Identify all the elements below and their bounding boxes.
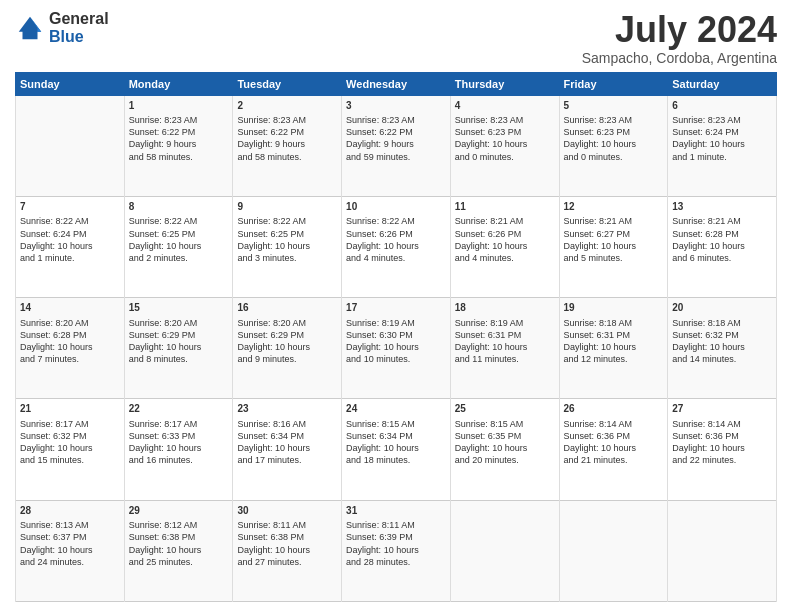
- calendar-cell: 28Sunrise: 8:13 AMSunset: 6:37 PMDayligh…: [16, 500, 125, 601]
- calendar-cell: 26Sunrise: 8:14 AMSunset: 6:36 PMDayligh…: [559, 399, 668, 500]
- day-number: 17: [346, 301, 446, 315]
- calendar-cell: 5Sunrise: 8:23 AMSunset: 6:23 PMDaylight…: [559, 95, 668, 196]
- cell-line: Sunrise: 8:18 AM: [672, 318, 741, 328]
- cell-line: Sunset: 6:25 PM: [129, 229, 196, 239]
- cell-line: Sunset: 6:31 PM: [455, 330, 522, 340]
- cell-line: Daylight: 10 hours: [455, 342, 528, 352]
- calendar-cell: 6Sunrise: 8:23 AMSunset: 6:24 PMDaylight…: [668, 95, 777, 196]
- cell-line: Sunrise: 8:22 AM: [346, 216, 415, 226]
- cell-line: Daylight: 10 hours: [20, 241, 93, 251]
- calendar-cell: 11Sunrise: 8:21 AMSunset: 6:26 PMDayligh…: [450, 196, 559, 297]
- cell-line: Sunrise: 8:22 AM: [237, 216, 306, 226]
- header-day: Friday: [559, 72, 668, 95]
- calendar-cell: 21Sunrise: 8:17 AMSunset: 6:32 PMDayligh…: [16, 399, 125, 500]
- calendar-cell: 16Sunrise: 8:20 AMSunset: 6:29 PMDayligh…: [233, 298, 342, 399]
- cell-line: Sunrise: 8:13 AM: [20, 520, 89, 530]
- day-number: 7: [20, 200, 120, 214]
- cell-line: and 59 minutes.: [346, 152, 410, 162]
- cell-line: and 18 minutes.: [346, 455, 410, 465]
- cell-line: Sunset: 6:26 PM: [455, 229, 522, 239]
- cell-line: Sunrise: 8:11 AM: [237, 520, 306, 530]
- header-row: SundayMondayTuesdayWednesdayThursdayFrid…: [16, 72, 777, 95]
- cell-line: Sunset: 6:24 PM: [20, 229, 87, 239]
- cell-line: Sunset: 6:23 PM: [455, 127, 522, 137]
- logo: General Blue: [15, 10, 109, 45]
- day-number: 21: [20, 402, 120, 416]
- cell-line: Sunset: 6:34 PM: [346, 431, 413, 441]
- cell-line: Daylight: 10 hours: [237, 342, 310, 352]
- logo-general: General: [49, 10, 109, 28]
- cell-line: Sunrise: 8:17 AM: [129, 419, 198, 429]
- day-number: 10: [346, 200, 446, 214]
- day-number: 29: [129, 504, 229, 518]
- cell-line: Sunset: 6:28 PM: [20, 330, 87, 340]
- cell-line: and 10 minutes.: [346, 354, 410, 364]
- cell-line: Daylight: 10 hours: [346, 241, 419, 251]
- cell-line: Sunrise: 8:14 AM: [564, 419, 633, 429]
- cell-line: Daylight: 10 hours: [129, 443, 202, 453]
- calendar-week-row: 7Sunrise: 8:22 AMSunset: 6:24 PMDaylight…: [16, 196, 777, 297]
- cell-line: Daylight: 10 hours: [672, 443, 745, 453]
- calendar-cell: [450, 500, 559, 601]
- calendar-cell: 9Sunrise: 8:22 AMSunset: 6:25 PMDaylight…: [233, 196, 342, 297]
- cell-line: and 16 minutes.: [129, 455, 193, 465]
- day-number: 4: [455, 99, 555, 113]
- cell-line: Sunrise: 8:18 AM: [564, 318, 633, 328]
- day-number: 9: [237, 200, 337, 214]
- cell-line: and 14 minutes.: [672, 354, 736, 364]
- calendar-cell: 8Sunrise: 8:22 AMSunset: 6:25 PMDaylight…: [124, 196, 233, 297]
- page: General Blue July 2024 Sampacho, Cordoba…: [0, 0, 792, 612]
- header-day: Monday: [124, 72, 233, 95]
- cell-line: Daylight: 10 hours: [564, 342, 637, 352]
- calendar-cell: 2Sunrise: 8:23 AMSunset: 6:22 PMDaylight…: [233, 95, 342, 196]
- cell-line: Daylight: 10 hours: [129, 342, 202, 352]
- cell-line: and 27 minutes.: [237, 557, 301, 567]
- day-number: 11: [455, 200, 555, 214]
- calendar-cell: [16, 95, 125, 196]
- calendar-cell: 13Sunrise: 8:21 AMSunset: 6:28 PMDayligh…: [668, 196, 777, 297]
- cell-line: Sunrise: 8:22 AM: [129, 216, 198, 226]
- cell-line: Daylight: 9 hours: [346, 139, 414, 149]
- cell-line: Sunset: 6:39 PM: [346, 532, 413, 542]
- calendar-cell: 27Sunrise: 8:14 AMSunset: 6:36 PMDayligh…: [668, 399, 777, 500]
- calendar-cell: [668, 500, 777, 601]
- cell-line: Daylight: 10 hours: [672, 241, 745, 251]
- cell-line: Sunrise: 8:17 AM: [20, 419, 89, 429]
- cell-line: Daylight: 10 hours: [237, 443, 310, 453]
- cell-line: Daylight: 10 hours: [672, 342, 745, 352]
- calendar-week-row: 21Sunrise: 8:17 AMSunset: 6:32 PMDayligh…: [16, 399, 777, 500]
- cell-line: Sunset: 6:37 PM: [20, 532, 87, 542]
- day-number: 16: [237, 301, 337, 315]
- cell-line: and 28 minutes.: [346, 557, 410, 567]
- cell-line: Sunrise: 8:20 AM: [237, 318, 306, 328]
- cell-line: Sunrise: 8:15 AM: [455, 419, 524, 429]
- day-number: 12: [564, 200, 664, 214]
- cell-line: and 11 minutes.: [455, 354, 519, 364]
- cell-line: Sunset: 6:26 PM: [346, 229, 413, 239]
- cell-line: Daylight: 10 hours: [237, 545, 310, 555]
- cell-line: Sunrise: 8:19 AM: [455, 318, 524, 328]
- day-number: 6: [672, 99, 772, 113]
- cell-line: Daylight: 10 hours: [564, 139, 637, 149]
- cell-line: and 4 minutes.: [346, 253, 405, 263]
- cell-line: and 0 minutes.: [564, 152, 623, 162]
- cell-line: Daylight: 10 hours: [564, 241, 637, 251]
- cell-line: and 2 minutes.: [129, 253, 188, 263]
- cell-line: and 1 minute.: [672, 152, 727, 162]
- calendar-cell: 30Sunrise: 8:11 AMSunset: 6:38 PMDayligh…: [233, 500, 342, 601]
- cell-line: Sunset: 6:25 PM: [237, 229, 304, 239]
- cell-line: Sunset: 6:28 PM: [672, 229, 739, 239]
- cell-line: Sunset: 6:36 PM: [564, 431, 631, 441]
- cell-line: Sunset: 6:27 PM: [564, 229, 631, 239]
- cell-line: and 15 minutes.: [20, 455, 84, 465]
- calendar-cell: 19Sunrise: 8:18 AMSunset: 6:31 PMDayligh…: [559, 298, 668, 399]
- cell-line: and 22 minutes.: [672, 455, 736, 465]
- cell-line: and 20 minutes.: [455, 455, 519, 465]
- cell-line: Sunrise: 8:20 AM: [20, 318, 89, 328]
- cell-line: Daylight: 9 hours: [129, 139, 197, 149]
- cell-line: Sunrise: 8:14 AM: [672, 419, 741, 429]
- cell-line: Daylight: 10 hours: [129, 545, 202, 555]
- cell-line: Daylight: 10 hours: [20, 342, 93, 352]
- cell-line: Daylight: 10 hours: [455, 241, 528, 251]
- calendar-cell: 7Sunrise: 8:22 AMSunset: 6:24 PMDaylight…: [16, 196, 125, 297]
